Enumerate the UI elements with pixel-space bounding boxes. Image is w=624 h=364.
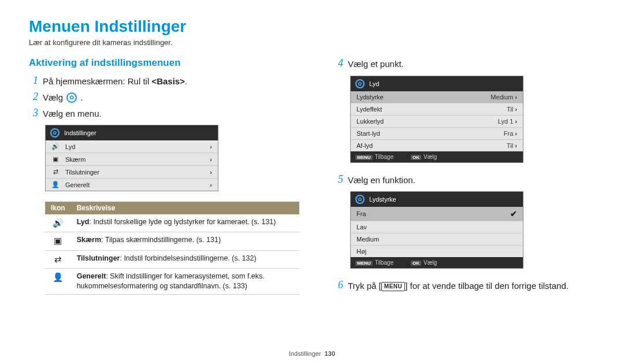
camera-menu-row: ⇄Tilslutninger› [46, 165, 218, 178]
row-icon: 🔊 [45, 214, 71, 232]
page-title: Menuen Indstillinger [29, 17, 595, 36]
row-value: Medium [491, 94, 513, 101]
footer-back-label: Tilbage [375, 154, 393, 160]
footer-ok-label: Vælg [424, 259, 437, 266]
camera-menu-row: Af-lydTil › [351, 139, 523, 151]
camera-ui-title: Indstillinger [64, 129, 96, 136]
menu-button-chip: MENU [355, 155, 373, 160]
check-icon: ✔ [510, 209, 517, 218]
chevron-right-icon: › [210, 169, 212, 176]
row-label: Lyd [65, 143, 75, 150]
step-number: 2 [29, 91, 38, 103]
row-description: Generelt: Skift indstillinger for kamera… [71, 268, 299, 294]
chevron-right-icon: › [515, 106, 517, 113]
camera-menu-row: Høj [351, 245, 523, 257]
row-label: Lukkerlyd [356, 118, 384, 125]
step-text: På hjemmeskærmen: Rul til [43, 76, 151, 86]
step-3: 3 Vælg en menu. [29, 107, 299, 120]
step-number: 5 [334, 173, 343, 186]
row-icon: ⇄ [51, 168, 60, 176]
step-text: Tryk på [ [348, 281, 381, 291]
table-header-description: Beskrivelse [71, 202, 299, 214]
page-subtitle: Lær at konfigurere dit kameras indstilli… [29, 38, 595, 47]
camera-menu-row: Fra✔ [351, 207, 523, 221]
left-column: Aktivering af indstillingsmenuen 1 På hj… [29, 57, 299, 295]
row-label: Generelt [65, 181, 90, 188]
row-label: Lydeffekt [356, 106, 382, 113]
ok-button-chip: OK [411, 261, 421, 266]
step-2: 2 Vælg . [29, 91, 299, 103]
chevron-right-icon: › [515, 94, 517, 101]
camera-ui-title: Lydstyrke [369, 196, 396, 203]
step-number: 3 [29, 107, 38, 120]
row-label: Tilslutninger [65, 169, 99, 176]
row-icon: ⇄ [45, 250, 71, 268]
table-row: 👤Generelt: Skift indstillinger for kamer… [45, 268, 299, 294]
camera-menu-row: LydstyrkeMedium › [351, 91, 523, 103]
row-description: Skærm: Tilpas skærmindstillingerne. (s. … [71, 232, 299, 250]
step-text: Vælg en menu. [43, 107, 102, 120]
row-icon: 👤 [51, 181, 60, 188]
camera-menu-row: ▣Skærm› [46, 153, 218, 165]
row-label: Start-lyd [356, 130, 380, 137]
row-icon: 🔊 [51, 143, 60, 150]
row-value: Fra [504, 130, 514, 137]
row-description: Tilslutninger: Indstil forbindelsesindst… [71, 250, 299, 268]
row-label: Skærm [65, 156, 86, 163]
step-text: . [80, 92, 83, 102]
menu-button-box: MENU [381, 282, 405, 291]
row-label: Lav [356, 224, 367, 231]
camera-menu-row: LydeffektTil › [351, 103, 523, 115]
chevron-right-icon: › [210, 143, 212, 150]
table-row: ▣Skærm: Tilpas skærmindstillingerne. (s.… [45, 232, 299, 250]
table-header-icon: Ikon [45, 202, 71, 214]
step-number: 1 [29, 75, 38, 87]
settings-icon [50, 128, 60, 138]
step-1: 1 På hjemmeskærmen: Rul til <Basis>. [29, 75, 299, 87]
chevron-right-icon: › [515, 130, 517, 137]
camera-menu-row: 👤Generelt› [46, 178, 218, 191]
settings-icon [66, 92, 77, 103]
camera-ui-menu: Indstillinger 🔊Lyd›▣Skærm›⇄Tilslutninger… [45, 125, 218, 191]
step-text: ] for at vende tilbage til den forrige t… [405, 281, 569, 291]
table-row: 🔊Lyd: Indstil forskellige lyde og lydsty… [45, 214, 299, 232]
step-5: 5 Vælg en funktion. [334, 173, 595, 186]
row-label: Fra [356, 210, 366, 217]
right-column: 4 Vælg et punkt. Lyd LydstyrkeMedium ›Ly… [334, 57, 595, 295]
camera-ui-volume-menu: Lydstyrke Fra✔LavMediumHøj MENUTilbage O… [350, 191, 523, 269]
row-label: Medium [356, 236, 379, 243]
row-icon: 👤 [45, 268, 71, 294]
footer-back-label: Tilbage [375, 259, 393, 266]
camera-menu-row: Medium [351, 233, 523, 245]
row-value: Til [507, 142, 513, 149]
ok-button-chip: OK [411, 155, 421, 160]
step-number: 6 [334, 279, 343, 292]
icon-description-table: Ikon Beskrivelse 🔊Lyd: Indstil forskelli… [45, 202, 299, 295]
step-text: . [185, 76, 187, 86]
camera-menu-row: LukkerlydLyd 1 › [351, 115, 523, 127]
chevron-right-icon: › [210, 156, 212, 163]
footer-page-number: 130 [325, 350, 335, 357]
step-text: Vælg [43, 92, 65, 102]
page-footer: Indstillinger 130 [0, 350, 624, 357]
camera-menu-row: Lav [351, 221, 523, 233]
step-text: Vælg en funktion. [348, 173, 415, 186]
camera-ui-sound-menu: Lyd LydstyrkeMedium ›LydeffektTil ›Lukke… [350, 76, 523, 163]
step-text: Vælg et punkt. [348, 57, 404, 70]
camera-menu-row: 🔊Lyd› [46, 140, 218, 153]
camera-ui-title: Lyd [369, 80, 379, 87]
settings-icon [355, 79, 365, 88]
row-value: Til [507, 106, 513, 113]
step-number: 4 [334, 57, 343, 70]
footer-ok-label: Vælg [424, 154, 437, 160]
row-description: Lyd: Indstil forskellige lyde og lydstyr… [71, 214, 299, 232]
step-6: 6 Tryk på [MENU] for at vende tilbage ti… [334, 279, 595, 292]
row-icon: ▣ [51, 155, 60, 163]
table-row: ⇄Tilslutninger: Indstil forbindelsesinds… [45, 250, 299, 268]
step-4: 4 Vælg et punkt. [334, 57, 595, 70]
row-label: Lydstyrke [356, 94, 384, 101]
row-icon: ▣ [45, 232, 71, 250]
row-label: Høj [356, 248, 366, 255]
chevron-right-icon: › [210, 181, 212, 188]
step-text-bold: <Basis> [151, 76, 185, 86]
